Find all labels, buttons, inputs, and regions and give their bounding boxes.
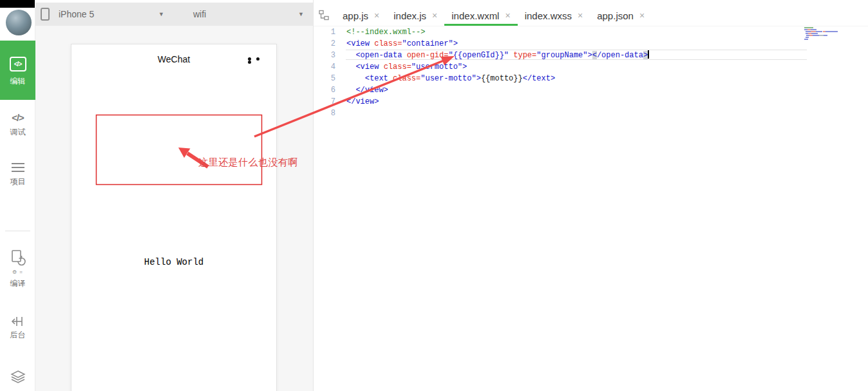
code-token: <!--index.wxml-->	[346, 28, 425, 37]
code-content: <open-data open-gid="{{openGId}}" type="…	[346, 51, 649, 60]
sidebar-item-backend[interactable]: 后台	[0, 316, 35, 341]
tab-close-icon[interactable]: ×	[505, 10, 510, 21]
code-editor-panel: app.js×index.js×index.wxml×index.wxss×ap…	[313, 0, 868, 391]
code-editor[interactable]: 1<!--index.wxml-->2<view class="containe…	[314, 26, 868, 391]
code-content: <!--index.wxml-->	[346, 28, 425, 37]
tab-app.js[interactable]: app.js×	[335, 5, 386, 26]
code-token: </view>	[346, 97, 379, 106]
code-token	[346, 86, 355, 95]
network-selector[interactable]: wifi ▼	[190, 3, 309, 26]
tab-index.wxss[interactable]: index.wxss×	[518, 5, 590, 26]
code-line-5: 5 <text class="user-motto">{{motto}}</te…	[314, 73, 868, 84]
sidebar-item-layers[interactable]	[0, 370, 35, 386]
code-line-8: 8	[314, 108, 868, 119]
code-token: >	[453, 39, 458, 48]
code-content: <view class="usermotto">	[346, 62, 467, 72]
code-token: "container"	[402, 39, 453, 48]
editor-tab-bar: app.js×index.js×index.wxml×index.wxss×ap…	[314, 5, 868, 26]
code-token: <open-data	[355, 51, 406, 60]
sidebar-item-compile[interactable]: ⚙ = 编译	[0, 249, 35, 289]
code-lines: 1<!--index.wxml-->2<view class="containe…	[314, 26, 868, 119]
code-token: class=	[384, 62, 411, 72]
line-number: 5	[314, 73, 335, 84]
code-token: <view	[346, 39, 374, 48]
sidebar-item-label: 编辑	[0, 76, 35, 87]
sidebar: </> 编辑 </> 调试 项目 ⚙ = 编译	[0, 8, 35, 391]
sidebar-item-project[interactable]: 项目	[0, 163, 35, 187]
code-token	[346, 51, 355, 60]
compile-refresh-icon	[9, 249, 27, 267]
device-selector-value: iPhone 5	[59, 9, 94, 19]
hello-world-text: Hello World	[71, 257, 276, 267]
tab-label: index.js	[393, 10, 426, 21]
tab-index.wxml[interactable]: index.wxml×	[444, 5, 517, 26]
code-token: <	[592, 51, 597, 60]
code-token: </text>	[523, 74, 555, 83]
code-token: <view	[355, 62, 383, 72]
line-number: 2	[314, 38, 335, 50]
line-number: 7	[314, 96, 335, 108]
line-number: 4	[314, 61, 335, 73]
code-token: >	[476, 74, 481, 83]
code-token: </view>	[355, 86, 388, 95]
code-line-2: 2<view class="container">	[314, 38, 868, 50]
code-token: >	[462, 62, 467, 72]
device-phone-icon[interactable]	[41, 8, 50, 21]
user-avatar[interactable]	[6, 10, 32, 35]
code-badge-icon: </>	[10, 57, 26, 72]
tab-label: index.wxml	[451, 10, 499, 21]
code-line-7: 7</view>	[314, 96, 868, 108]
hamburger-menu-icon	[12, 163, 24, 172]
code-icon: </>	[0, 112, 35, 123]
line-number: 8	[314, 108, 335, 119]
code-token: /open-data	[597, 51, 643, 60]
sidebar-item-edit[interactable]: </> 编辑	[0, 41, 35, 100]
tab-close-icon[interactable]: ×	[374, 10, 379, 21]
tab-label: app.js	[343, 10, 368, 21]
code-content: </view>	[346, 97, 379, 106]
code-token: "groupName"	[536, 51, 587, 60]
sidebar-item-label: 编译	[0, 278, 35, 289]
sidebar-divider	[5, 231, 30, 231]
wechat-devtools-window: </> 编辑 </> 调试 项目 ⚙ = 编译	[0, 0, 868, 391]
code-token: "{{openGId}}"	[448, 51, 509, 60]
text-cursor	[648, 50, 649, 59]
code-line-4: 4 <view class="usermotto">	[314, 61, 868, 73]
line-number: 6	[314, 84, 335, 96]
code-content: <text class="user-motto">{{motto}}</text…	[346, 74, 555, 83]
chevron-down-icon: ▼	[298, 11, 304, 17]
code-token: <text	[365, 74, 393, 83]
backend-icon	[10, 316, 26, 327]
tab-close-icon[interactable]: ×	[578, 10, 583, 21]
code-token: {{motto}}	[481, 74, 523, 83]
code-token: >	[588, 51, 592, 60]
tab-index.js[interactable]: index.js×	[386, 5, 444, 26]
chevron-down-icon: ▼	[158, 11, 164, 17]
code-token: "user-motto"	[420, 74, 476, 83]
tab-label: index.wxss	[525, 10, 572, 21]
sidebar-item-debug[interactable]: </> 调试	[0, 112, 35, 138]
minimap[interactable]	[804, 27, 866, 43]
code-token: >	[643, 51, 648, 60]
code-content: <view class="container">	[346, 39, 458, 48]
sidebar-item-label: 项目	[0, 176, 35, 187]
tab-bar-tabs: app.js×index.js×index.wxml×index.wxss×ap…	[335, 5, 652, 26]
file-tree-toggle-icon[interactable]	[318, 10, 330, 21]
code-token: "usermotto"	[411, 62, 462, 72]
code-line-6: 6 </view>	[314, 84, 868, 96]
sidebar-item-label: 调试	[0, 127, 35, 138]
code-line-3: 3 <open-data open-gid="{{openGId}}" type…	[314, 50, 868, 61]
tab-close-icon[interactable]: ×	[639, 10, 645, 21]
phone-screen[interactable]: WeChat Hello World	[71, 44, 277, 391]
tab-close-icon[interactable]: ×	[432, 10, 437, 21]
more-menu-icon[interactable]	[243, 57, 266, 61]
tab-app.json[interactable]: app.json×	[590, 5, 652, 26]
simulator-toolbar: iPhone 5 ▼ wifi ▼	[35, 3, 313, 26]
code-token: type=	[513, 51, 536, 60]
network-selector-value: wifi	[193, 9, 206, 19]
window-corner	[0, 0, 35, 8]
simulator-panel: WeChat Hello World	[35, 26, 313, 391]
line-number: 1	[314, 26, 335, 38]
code-token	[346, 74, 365, 83]
device-selector[interactable]: iPhone 5 ▼	[55, 3, 171, 26]
